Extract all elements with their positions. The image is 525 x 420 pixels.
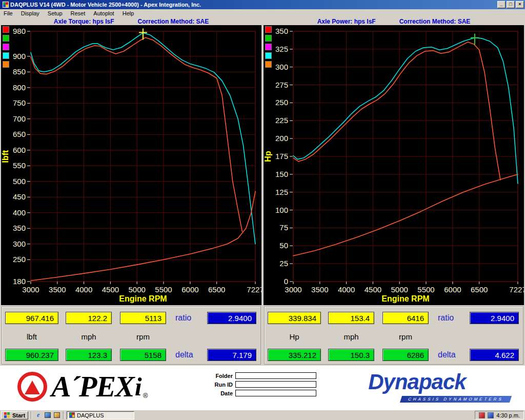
start-button[interactable]: Start (1, 411, 28, 419)
channels-icon[interactable] (53, 411, 60, 419)
power-previous-value: 335.212 (268, 349, 321, 361)
svg-text:100: 100 (275, 206, 288, 214)
delta-value: 7.179 (207, 349, 256, 361)
legend-swatch[interactable] (3, 44, 9, 50)
svg-text:6000: 6000 (444, 285, 461, 294)
svg-text:Engine RPM: Engine RPM (381, 294, 429, 303)
power-readout-panel: 339.834 153.4 6416 ratio 2.9400 Hp mph r… (264, 306, 523, 365)
ratio-label: ratio (175, 313, 191, 323)
torque-previous-rpm: 5158 (120, 349, 166, 361)
power-chart-panel: Axle Power: hps IsF Correction Method: S… (262, 17, 525, 305)
torque-chart-header: Axle Torque: hps IsF Correction Method: … (1, 17, 261, 25)
date-label: Date (206, 390, 233, 396)
svg-text:6500: 6500 (208, 285, 225, 294)
svg-text:750: 750 (13, 98, 26, 107)
show-desktop-icon[interactable] (44, 411, 51, 419)
svg-text:325: 325 (275, 45, 288, 53)
legend-swatch[interactable] (265, 44, 272, 50)
date-input[interactable] (235, 390, 316, 396)
legend-swatch[interactable] (265, 35, 272, 42)
apex-i-mark: i (135, 372, 142, 402)
task-button-label: DAQPLUS (77, 412, 104, 418)
network-status-icon[interactable] (488, 412, 494, 418)
svg-text:4500: 4500 (102, 285, 119, 294)
footer: A´PEX i ® Folder Run ID Date Dynapack CH… (0, 366, 525, 410)
clock: 4:30 p.m. (496, 412, 520, 418)
torque-previous-value: 960.237 (5, 349, 58, 361)
svg-text:5000: 5000 (129, 285, 146, 294)
menu-bar: File Display Setup Reset Autoplot Help (0, 9, 525, 17)
svg-text:225: 225 (275, 116, 288, 125)
power-previous-rpm: 6286 (382, 349, 429, 361)
app-icon[interactable] (3, 2, 9, 8)
internet-explorer-icon[interactable]: e (34, 411, 42, 419)
svg-text:lbft: lbft (1, 150, 10, 163)
legend-swatch[interactable] (3, 26, 9, 33)
svg-text:6500: 6500 (471, 285, 488, 294)
power-chart: 3000350040004500500055006000650072273503… (264, 25, 524, 305)
minimize-button[interactable]: _ (497, 1, 506, 8)
power-previous-mph: 150.3 (328, 349, 374, 361)
svg-text:5500: 5500 (155, 285, 172, 294)
close-button[interactable]: × (516, 1, 524, 8)
legend-swatch[interactable] (265, 26, 272, 33)
svg-text:550: 550 (13, 161, 26, 170)
rpm-unit-label: rpm (120, 332, 166, 341)
svg-text:600: 600 (13, 146, 26, 154)
maximize-button[interactable]: □ (507, 1, 515, 8)
torque-chart-canvas[interactable]: 3000350040004500500055006000650072279809… (1, 25, 261, 305)
dynapack-wordmark: Dynapack (368, 371, 511, 393)
mph-unit-label: mph (66, 332, 112, 341)
mph-unit-label: mph (328, 332, 374, 341)
start-label: Start (12, 412, 25, 418)
legend-swatch[interactable] (3, 52, 9, 59)
svg-text:7227: 7227 (247, 285, 261, 294)
channel-legend (265, 26, 272, 68)
torque-chart-panel: Axle Torque: hps IsF Correction Method: … (0, 17, 262, 305)
title-bar: DAQPLUS V14 (4WD - Motor Vehicle 2500+40… (0, 0, 525, 9)
folder-label: Folder (206, 373, 233, 379)
menu-reset[interactable]: Reset (71, 10, 86, 16)
taskbar-button-daqplus[interactable]: DAQPLUS (67, 411, 134, 419)
taskbar: Start e DAQPLUS 4:30 p.m. (0, 410, 525, 420)
svg-text:3500: 3500 (49, 285, 66, 294)
apex-logo: A´PEX i ® (17, 369, 148, 405)
torque-chart-title: Axle Torque: hps IsF (54, 18, 114, 25)
menu-autoplot[interactable]: Autoplot (93, 10, 114, 16)
svg-text:300: 300 (275, 63, 288, 71)
charts-row: Axle Torque: hps IsF Correction Method: … (0, 17, 525, 305)
power-chart-title: Axle Power: hps IsF (317, 18, 376, 25)
folder-input[interactable] (235, 372, 316, 379)
svg-text:7227: 7227 (509, 285, 524, 294)
torque-current-value: 967.416 (5, 312, 58, 324)
apex-wordmark: A´PEX (51, 369, 134, 405)
system-tray: 4:30 p.m. (475, 411, 524, 419)
run-id-input[interactable] (235, 381, 316, 388)
torque-correction-method: Correction Method: SAE (138, 18, 209, 25)
menu-setup[interactable]: Setup (48, 10, 63, 16)
svg-text:800: 800 (13, 83, 26, 92)
apex-emblem-icon (17, 372, 47, 402)
menu-help[interactable]: Help (123, 10, 134, 16)
svg-text:500: 500 (13, 177, 26, 186)
svg-text:850: 850 (13, 67, 26, 76)
legend-swatch[interactable] (265, 61, 272, 68)
svg-text:3500: 3500 (311, 285, 328, 294)
ratio-value: 2.9400 (470, 312, 519, 324)
legend-swatch[interactable] (265, 52, 272, 59)
svg-text:150: 150 (275, 170, 288, 178)
dynapack-logo: Dynapack CHASSIS DYNAMOMETERS (368, 371, 511, 403)
rpm-unit-label: rpm (382, 332, 429, 341)
svg-text:75: 75 (279, 223, 288, 232)
legend-swatch[interactable] (3, 61, 9, 68)
menu-display[interactable]: Display (21, 10, 39, 16)
torque-current-rpm: 5113 (120, 312, 166, 324)
svg-text:250: 250 (13, 255, 26, 264)
delta-label: delta (438, 350, 456, 359)
svg-text:50: 50 (279, 241, 288, 250)
alert-status-icon[interactable] (479, 412, 485, 418)
power-unit-label: Hp (268, 332, 321, 341)
legend-swatch[interactable] (3, 35, 9, 42)
power-chart-canvas[interactable]: 3000350040004500500055006000650072273503… (264, 25, 524, 305)
menu-file[interactable]: File (4, 10, 13, 16)
